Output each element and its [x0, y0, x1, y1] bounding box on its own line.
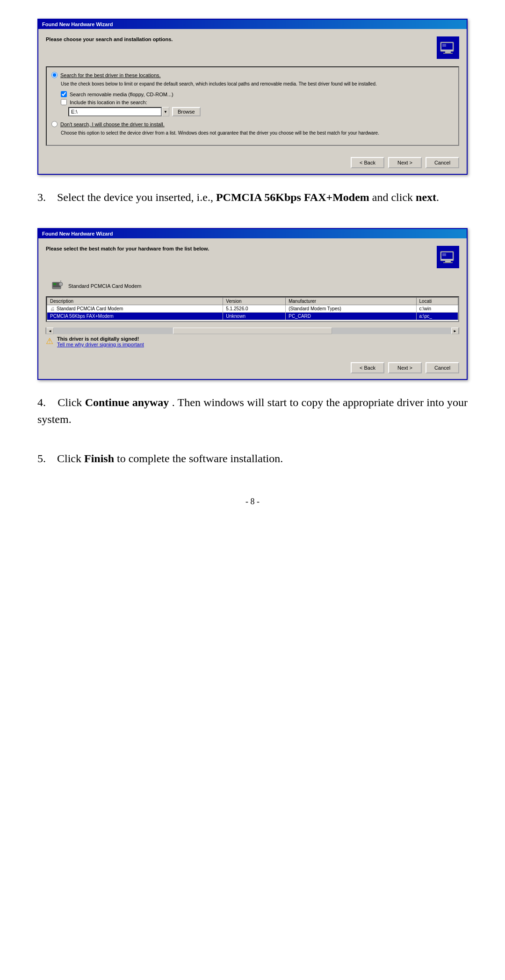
step-5-intro: Click [57, 452, 81, 465]
row1-description: 🖨Standard PCMCIA Card Modem [47, 305, 223, 313]
radio-search-best[interactable]: Search for the best driver in these loca… [51, 72, 454, 78]
page-number: - 8 - [37, 497, 468, 507]
step-3-num: 3. [37, 191, 46, 203]
step-5-text: 5. Click Finish to complete the software… [37, 450, 283, 467]
radio-choose-driver[interactable]: Don't search, I will choose the driver t… [51, 121, 454, 127]
radio-choose-driver-input[interactable] [51, 121, 58, 127]
step-5-end: to complete the software installation. [117, 452, 283, 465]
page-content: Found New Hardware Wizard Please choose … [37, 19, 468, 507]
browse-button[interactable]: Browse [172, 107, 201, 116]
checkbox-location[interactable]: Include this location in the search: [61, 99, 454, 105]
step-3-text: 3. Select the device you inserted, i.e.,… [37, 189, 439, 206]
wizard-icon [437, 36, 459, 59]
row1-version: 5.1.2526.0 [223, 305, 286, 313]
radio-choose-driver-label: Don't search, I will choose the driver t… [60, 122, 165, 127]
hw-table: Description Version Manufacturer Locati … [47, 297, 458, 320]
svg-rect-7 [445, 261, 451, 262]
row1-manufacturer: (Standard Modem Types) [286, 305, 416, 313]
step-5-block: 5. Click Finish to complete the software… [37, 450, 468, 478]
col-description: Description [47, 298, 223, 305]
row1-icon: 🖨 [50, 306, 55, 311]
svg-rect-12 [53, 283, 56, 285]
radio-search-best-label: Search for the best driver in these loca… [60, 72, 161, 78]
wizard-svg-icon-2 [440, 249, 456, 265]
table-scrollbar[interactable]: ◄ ► [46, 328, 459, 334]
step-4-intro: Click [58, 396, 82, 408]
dialog-1: Found New Hardware Wizard Please choose … [37, 19, 468, 175]
dialog-1-header-text: Please choose your search and installati… [46, 36, 173, 42]
step-4-block: 4. Click Continue anyway . Then windows … [37, 394, 468, 439]
dialog-2-titlebar: Found New Hardware Wizard [38, 229, 467, 238]
dialog-1-next-button[interactable]: Next > [388, 157, 422, 168]
dialog-1-cancel-button[interactable]: Cancel [426, 157, 459, 168]
step-4-text: 4. Click Continue anyway . Then windows … [37, 394, 468, 428]
step-3-bold: PCMCIA 56Kbps FAX+Modem [216, 191, 369, 203]
path-row: ▼ Browse [68, 107, 454, 116]
svg-rect-3 [443, 53, 453, 54]
dialog-2-next-button[interactable]: Next > [388, 362, 422, 373]
checkbox-removable-label: Search removable media (floppy, CD-ROM..… [70, 92, 173, 97]
dialog-2: Found New Hardware Wizard Please select … [37, 228, 468, 380]
wizard-svg-icon [440, 39, 456, 56]
svg-rect-4 [442, 44, 446, 47]
checkbox-removable[interactable]: Search removable media (floppy, CD-ROM..… [61, 91, 454, 97]
step-4-bold: Continue anyway [85, 396, 169, 408]
dialog-2-header-text: Please select the best match for your ha… [46, 246, 209, 251]
dialog-1-back-button[interactable]: < Back [351, 157, 384, 168]
dialog-2-back-button[interactable]: < Back [351, 362, 384, 373]
step-4-num: 4. [37, 396, 46, 408]
warning-text: This driver is not digitally signed! [57, 336, 144, 342]
dialog-1-titlebar: Found New Hardware Wizard [38, 20, 467, 29]
checkbox-location-input[interactable] [61, 99, 67, 105]
wizard-icon-2 [437, 246, 459, 268]
dialog-2-cancel-button[interactable]: Cancel [426, 362, 459, 373]
table-row[interactable]: 🖨Standard PCMCIA Card Modem 5.1.2526.0 (… [47, 305, 458, 313]
dialog-2-body: Please select the best match for your ha… [38, 238, 467, 358]
svg-rect-2 [445, 51, 451, 53]
col-version: Version [223, 298, 286, 305]
step-3-period: . [436, 191, 439, 203]
scroll-right-btn[interactable]: ► [451, 328, 459, 334]
scroll-left-btn[interactable]: ◄ [46, 328, 54, 334]
row2-description: PCMCIA 56Kbps FAX+Modem [47, 313, 223, 320]
warning-row: ⚠ This driver is not digitally signed! T… [46, 336, 459, 347]
svg-point-13 [59, 282, 63, 286]
scroll-track [54, 328, 451, 334]
checkbox-removable-input[interactable] [61, 91, 67, 97]
table-header-row: Description Version Manufacturer Locati [47, 298, 458, 305]
checkbox-location-label: Include this location in the search: [70, 100, 147, 105]
col-manufacturer: Manufacturer [286, 298, 416, 305]
path-dropdown[interactable]: ▼ [162, 107, 169, 116]
dialog-1-buttons: < Back Next > Cancel [38, 153, 467, 174]
dialog-1-header: Please choose your search and installati… [46, 36, 459, 59]
warning-link[interactable]: Tell me why driver signing is important [57, 342, 144, 347]
step-3-next: next [416, 191, 436, 203]
row2-manufacturer: PC_CARD [286, 313, 416, 320]
step-5-bold: Finish [84, 452, 114, 465]
modem-icon [51, 279, 65, 293]
step-3-block: 3. Select the device you inserted, i.e.,… [37, 189, 468, 217]
device-label: Standard PCMCIA Card Modem [68, 283, 142, 289]
warning-icon: ⚠ [46, 336, 53, 346]
dialog-2-header: Please select the best match for your ha… [46, 246, 459, 268]
table-row[interactable]: PCMCIA 56Kbps FAX+Modem Unknown PC_CARD … [47, 313, 458, 320]
dialog-1-options: Search for the best driver in these loca… [46, 66, 459, 146]
dialog-1-title: Found New Hardware Wizard [42, 21, 113, 27]
step-5-num: 5. [37, 452, 46, 465]
svg-rect-8 [443, 262, 453, 263]
search-description: Use the check boxes below to limit or ex… [61, 81, 454, 87]
radio-search-best-input[interactable] [51, 72, 58, 78]
choose-description: Choose this option to select the device … [61, 130, 454, 136]
path-input[interactable] [68, 107, 162, 116]
step-3-intro: Select the device you inserted, i.e., [57, 191, 213, 203]
dialog-1-body: Please choose your search and installati… [38, 29, 467, 153]
dialog-2-title: Found New Hardware Wizard [42, 231, 113, 236]
svg-rect-9 [442, 253, 446, 256]
hw-icon-row: Standard PCMCIA Card Modem [46, 276, 459, 296]
row1-location: c:\win [416, 305, 458, 313]
row2-location: a:\pc_ [416, 313, 458, 320]
warning-content: This driver is not digitally signed! Tel… [57, 336, 144, 347]
row2-version: Unknown [223, 313, 286, 320]
scroll-thumb [173, 328, 332, 334]
hw-table-container: Description Version Manufacturer Locati … [46, 296, 459, 322]
